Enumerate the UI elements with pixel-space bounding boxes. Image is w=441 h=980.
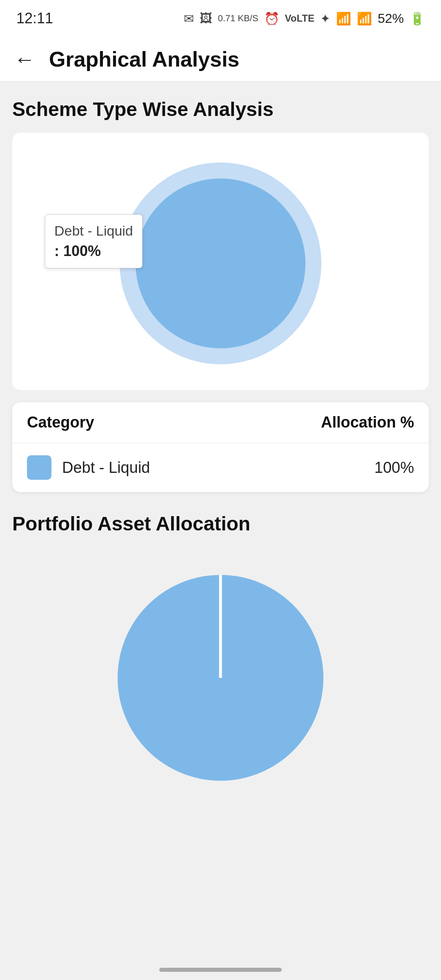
status-icons: ✉ 🖼 0.71 KB/S ⏰ VoLTE ✦ 📶 📶 52% 🔋 [184,11,425,26]
header: ← Graphical Analysis [0,37,441,82]
alarm-icon: ⏰ [264,11,279,26]
portfolio-section: Portfolio Asset Allocation [12,512,429,804]
legend-table: Category Allocation % Debt - Liquid 100% [12,402,429,492]
signal-icon: 📶 [357,11,372,26]
main-content: Scheme Type Wise Analysis Debt - Liquid … [0,82,441,821]
email-icon: ✉ [184,11,194,26]
legend-color-debt-liquid [27,455,51,480]
scheme-type-section-title: Scheme Type Wise Analysis [12,98,429,120]
svg-point-1 [136,178,305,348]
legend-row: Debt - Liquid 100% [12,443,429,492]
status-bar: 12:11 ✉ 🖼 0.71 KB/S ⏰ VoLTE ✦ 📶 📶 52% 🔋 [0,0,441,37]
back-button[interactable]: ← [12,47,37,71]
bottom-nav-bar [159,968,282,972]
portfolio-pie-chart-svg [106,564,335,792]
legend-name-debt-liquid: Debt - Liquid [62,459,150,477]
network-speed: 0.71 KB/S [218,13,258,24]
battery-indicator: 52% [378,11,404,26]
bluetooth-icon: ✦ [320,11,330,26]
donut-chart-container: Debt - Liquid : 100% [20,141,421,382]
volte-icon: VoLTE [285,13,314,24]
portfolio-section-title: Portfolio Asset Allocation [12,512,429,535]
back-arrow-icon: ← [14,49,35,70]
legend-allocation-debt-liquid: 100% [374,459,414,477]
tooltip-label: Debt - Liquid [54,221,133,241]
wifi-icon: 📶 [336,11,351,26]
allocation-header: Allocation % [321,414,414,431]
page-title: Graphical Analysis [49,47,239,71]
legend-left: Debt - Liquid [27,455,150,480]
pie-chart-container [12,547,429,804]
battery-icon: 🔋 [410,11,425,26]
image-icon: 🖼 [200,11,212,25]
category-header: Category [27,414,94,431]
chart-tooltip: Debt - Liquid : 100% [45,214,143,268]
donut-chart-svg [114,157,327,370]
status-time: 12:11 [16,10,53,27]
legend-header: Category Allocation % [12,402,429,443]
scheme-type-chart-card: Debt - Liquid : 100% [12,133,429,390]
tooltip-value: : 100% [54,241,133,261]
